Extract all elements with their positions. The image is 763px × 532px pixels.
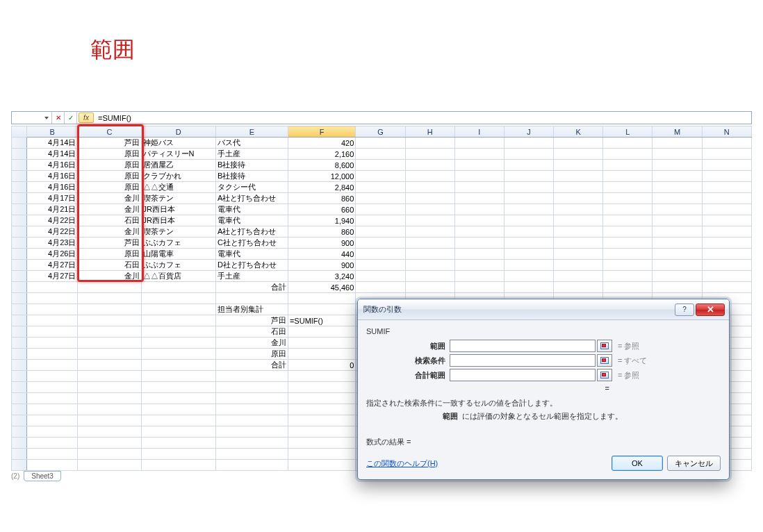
- arg-label: 合計範囲: [366, 370, 450, 381]
- enter-button[interactable]: ✓: [65, 112, 77, 124]
- close-button[interactable]: ✕: [696, 304, 725, 316]
- arg-row: 検索条件 = すべて: [366, 354, 721, 367]
- ok-button[interactable]: OK: [612, 456, 663, 471]
- equals-label: =: [366, 384, 721, 392]
- annotation-text: 範囲: [90, 35, 135, 65]
- sheet-tabs: (2) Sheet3: [11, 471, 61, 481]
- table-row[interactable]: 4月27日 金川 △△百貨店 手土産 3,240: [12, 271, 752, 282]
- table-row[interactable]: 4月21日 金川 JR西日本 電車代 660: [12, 204, 752, 215]
- col-header-D[interactable]: D: [141, 126, 216, 138]
- table-row[interactable]: 4月16日 原田 △△交通 タクシー代 2,840: [12, 182, 752, 193]
- arg-hint: = すべて: [612, 356, 647, 366]
- help-link[interactable]: この関数のヘルプ(H): [366, 458, 438, 469]
- range-selector-button[interactable]: [597, 354, 612, 367]
- formula-bar: ✕ ✓ fx =SUMIF(): [11, 111, 752, 124]
- col-header-J[interactable]: J: [504, 126, 553, 138]
- table-row[interactable]: 4月23日 芦田 ぶぶカフェ C社と打ち合わせ 900: [12, 238, 752, 249]
- table-row[interactable]: 4月16日 原田 居酒屋乙 B社接待 8,600: [12, 160, 752, 171]
- arg-input-0[interactable]: [450, 340, 596, 352]
- col-header-K[interactable]: K: [554, 126, 603, 138]
- sheet-tab[interactable]: Sheet3: [24, 471, 61, 481]
- range-selector-button[interactable]: [597, 369, 612, 381]
- col-header-I[interactable]: I: [454, 126, 504, 138]
- col-header-C[interactable]: C: [78, 126, 141, 138]
- col-header-L[interactable]: L: [603, 126, 653, 138]
- arg-label: 検索条件: [366, 356, 450, 366]
- range-icon: [600, 357, 609, 364]
- formula-result: 数式の結果 =: [366, 437, 721, 447]
- argument-description: 範囲 には評価の対象となるセル範囲を指定します。: [366, 411, 721, 422]
- col-header-M[interactable]: M: [653, 126, 702, 138]
- arg-row: 合計範囲 = 参照: [366, 369, 721, 381]
- table-row[interactable]: 4月26日 原田 山陽電車 電車代 440: [12, 249, 752, 260]
- table-row[interactable]: 4月14日 芦田 神姫バス バス代 420: [12, 138, 752, 149]
- table-row[interactable]: 4月22日 石田 JR西日本 電車代 1,940: [12, 215, 752, 226]
- dialog-titlebar[interactable]: 関数の引数 ? ✕: [358, 299, 729, 320]
- col-header-G[interactable]: G: [356, 126, 405, 138]
- table-row[interactable]: 4月22日 金川 喫茶テン A社と打ち合わせ 860: [12, 226, 752, 238]
- table-row[interactable]: 4月16日 原田 クラブかれ B社接待 12,000: [12, 171, 752, 182]
- arg-row: 範囲 = 参照: [366, 340, 721, 352]
- col-header-E[interactable]: E: [216, 126, 288, 138]
- function-description: 指定された検索条件に一致するセルの値を合計します。: [366, 398, 721, 408]
- cancel-button[interactable]: ✕: [52, 112, 65, 124]
- col-header-B[interactable]: B: [26, 126, 78, 138]
- table-row[interactable]: 4月14日 原田 パティスリーN 手土産 2,160: [12, 149, 752, 160]
- function-arguments-dialog: 関数の引数 ? ✕ SUMIF 範囲 = 参照 検索条件 = すべて 合計範囲 …: [357, 299, 730, 480]
- col-header-H[interactable]: H: [405, 126, 454, 138]
- arg-input-1[interactable]: [450, 354, 596, 367]
- arg-hint: = 参照: [612, 370, 639, 381]
- sheet-info: (2): [11, 472, 19, 480]
- table-row[interactable]: 4月27日 石田 ぶぶカフェ D社と打ち合わせ 900: [12, 260, 752, 271]
- insert-function-button[interactable]: fx: [79, 113, 94, 123]
- total-row: 合計 45,460: [12, 282, 752, 293]
- range-selector-button[interactable]: [597, 340, 612, 352]
- range-icon: [600, 342, 609, 349]
- range-icon: [600, 372, 609, 379]
- dialog-title: 関数の引数: [362, 304, 673, 315]
- table-row[interactable]: 4月17日 金川 喫茶テン A社と打ち合わせ 860: [12, 193, 752, 204]
- arg-input-2[interactable]: [450, 369, 596, 381]
- formula-input[interactable]: =SUMIF(): [95, 114, 751, 122]
- function-name: SUMIF: [366, 327, 721, 335]
- name-box[interactable]: [12, 112, 52, 124]
- help-button[interactable]: ?: [675, 304, 694, 316]
- arg-hint: = 参照: [612, 341, 639, 351]
- col-header-N[interactable]: N: [702, 126, 751, 138]
- col-header-F[interactable]: F: [288, 126, 355, 138]
- arg-label: 範囲: [366, 341, 450, 351]
- chevron-down-icon: [44, 117, 49, 119]
- cancel-dialog-button[interactable]: キャンセル: [667, 456, 721, 471]
